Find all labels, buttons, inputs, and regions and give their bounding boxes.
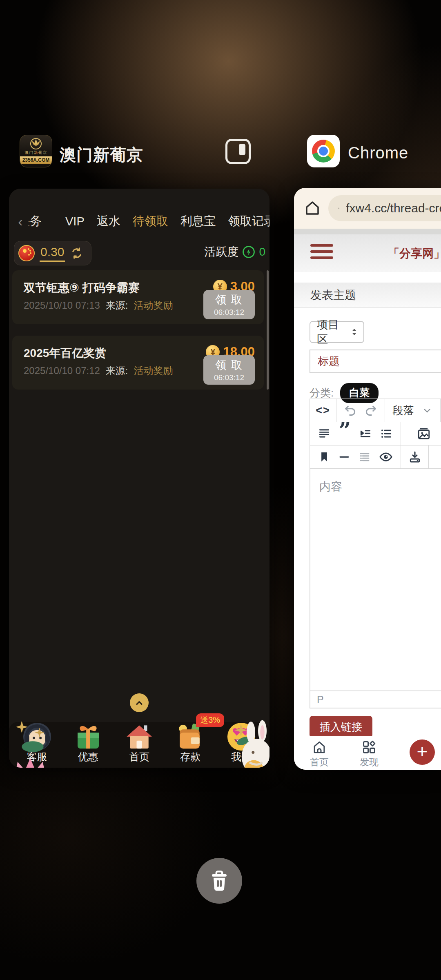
indent-icon[interactable] xyxy=(359,427,372,440)
lotus-emblem-icon xyxy=(29,138,43,150)
page-heading: 发表主题 xyxy=(310,287,356,303)
post-form: 发表主题 项目区 标题 分类: 白菜 <> xyxy=(294,272,441,736)
editor-status-bar: P xyxy=(310,691,441,708)
reward-title: 2025年百亿奖赏 xyxy=(24,345,106,361)
title-input[interactable]: 标题 xyxy=(310,350,441,373)
browser-toolbar: fxw4.cc/thread-create xyxy=(294,188,441,229)
activity-bolt-icon xyxy=(242,245,256,259)
more-tools-button[interactable]: ••• xyxy=(429,445,441,468)
url-bar[interactable]: fxw4.cc/thread-create xyxy=(328,195,441,221)
content-editor[interactable]: 内容 xyxy=(310,468,441,691)
horizontal-rule-icon[interactable] xyxy=(338,451,350,463)
reward-source-label: 来源: xyxy=(106,299,128,312)
appicon-domain: 2356A.COM xyxy=(20,156,52,164)
chrome-app-icon[interactable] xyxy=(307,135,340,167)
site-nav-discover[interactable]: 发现 xyxy=(351,739,388,768)
select-arrows-icon xyxy=(349,327,359,337)
bullet-list-icon[interactable] xyxy=(380,427,393,440)
tab-dailingqu[interactable]: 待领取 xyxy=(133,213,168,229)
chevron-down-icon xyxy=(422,405,432,416)
code-icon: <> xyxy=(316,404,330,417)
insert-link-button[interactable]: 插入链接 xyxy=(310,716,372,738)
forum-select[interactable]: 项目区 xyxy=(310,321,364,343)
casino-app-icon[interactable]: 澳门新葡京 2356A.COM xyxy=(20,135,52,167)
undo-icon[interactable] xyxy=(343,403,357,417)
site-settings-icon xyxy=(338,201,339,215)
category-label: 分类: xyxy=(310,386,334,400)
content-placeholder: 内容 xyxy=(319,479,342,494)
discover-grid-icon xyxy=(361,739,377,755)
activity-label: 活跃度 xyxy=(204,244,238,260)
trash-icon xyxy=(207,869,231,893)
chrome-app-title: Chrome xyxy=(348,144,408,162)
plus-icon: + xyxy=(417,742,428,761)
page-heading-bar: 发表主题 xyxy=(294,283,441,308)
casino-app-title: 澳门新葡京 xyxy=(60,144,143,166)
site-title: 「分享网」项 xyxy=(388,246,441,261)
new-post-button[interactable]: + xyxy=(410,739,435,765)
site-nav-home[interactable]: 首页 xyxy=(301,739,338,768)
title-placeholder: 标题 xyxy=(318,354,340,369)
claim-countdown: 06:03:12 xyxy=(214,308,244,317)
toolbar-divider xyxy=(294,229,441,234)
site-bottom-nav: 首页 发现 + xyxy=(294,736,441,770)
activity-value: 0 xyxy=(259,245,265,258)
site-header: 「分享网」项 xyxy=(294,234,441,272)
recents-screen: 澳门新葡京 2356A.COM 澳门新葡京 Chrome ‹ 任务 VIP 返水… xyxy=(0,0,441,980)
reward-card: 双节钜惠⑨ 打码争霸赛 ¥ 3.00 2025/10/10 07:13 来源: … xyxy=(12,270,264,324)
reward-date: 2025/10/10 07:13 xyxy=(24,300,100,311)
casino-app-card[interactable]: ‹ 任务 VIP 返水 待领取 利息宝 领取记录 0.30 活跃度 xyxy=(9,189,270,768)
window-mode-icon[interactable] xyxy=(225,139,251,164)
url-text: fxw4.cc/thread-create xyxy=(346,201,441,215)
chrome-logo-icon xyxy=(312,140,335,163)
house-icon xyxy=(123,721,155,753)
blockquote-icon[interactable]: ” xyxy=(339,428,351,439)
clear-all-button[interactable] xyxy=(196,858,242,904)
nav-item-cunkuan[interactable]: 送3% 存款 xyxy=(168,739,213,764)
outline-list-icon[interactable] xyxy=(359,451,371,463)
tab-fanshui[interactable]: 返水 xyxy=(97,213,120,229)
nav-item-shouye[interactable]: 首页 xyxy=(117,739,162,764)
refresh-icon[interactable] xyxy=(70,246,84,260)
reward-source-label: 来源: xyxy=(106,364,128,377)
code-button[interactable]: <> xyxy=(310,399,336,422)
gift-icon xyxy=(72,721,104,753)
deposit-bonus-badge: 送3% xyxy=(196,713,224,727)
claim-countdown: 06:03:12 xyxy=(214,373,244,382)
nav-item-youhui[interactable]: 优惠 xyxy=(66,739,111,764)
tab-renwu[interactable]: 任务 xyxy=(29,213,53,229)
preview-eye-icon[interactable] xyxy=(379,450,393,464)
redo-icon[interactable] xyxy=(364,403,378,417)
reward-date: 2025/10/10 07:12 xyxy=(24,365,100,376)
scrollbar[interactable] xyxy=(267,270,269,390)
paragraph-dropdown[interactable]: 段落 xyxy=(385,399,441,422)
balance-pill[interactable]: 0.30 xyxy=(14,241,91,265)
align-icon[interactable] xyxy=(318,427,331,440)
home-outline-icon[interactable] xyxy=(304,200,321,217)
tab-vip[interactable]: VIP xyxy=(65,215,85,228)
claim-button[interactable]: 领 取 06:03:12 xyxy=(203,290,255,319)
nav-item-kefu[interactable]: 客服 xyxy=(15,739,60,764)
flag-coin-icon xyxy=(18,245,35,261)
reward-card: 2025年百亿奖赏 ¥ 18.00 2025/10/10 07:12 来源: 活… xyxy=(12,336,264,390)
download-icon[interactable] xyxy=(408,450,422,464)
back-chevron-icon[interactable]: ‹ xyxy=(12,214,29,229)
chevron-up-icon xyxy=(134,697,145,708)
menu-icon[interactable] xyxy=(310,244,333,263)
element-path-tag: P xyxy=(317,694,324,706)
editor-toolbar: <> 段落 T ” xyxy=(310,399,441,469)
reward-title: 双节钜惠⑨ 打码争霸赛 xyxy=(24,280,140,296)
promo-tabbar: ‹ 任务 VIP 返水 待领取 利息宝 领取记录 xyxy=(9,205,270,238)
bookmark-icon[interactable] xyxy=(318,451,330,463)
appicon-name: 澳门新葡京 xyxy=(25,150,47,156)
tab-lixibao[interactable]: 利息宝 xyxy=(180,213,216,229)
reward-source: 活动奖励 xyxy=(134,299,173,312)
chrome-app-card[interactable]: fxw4.cc/thread-create 「分享网」项 发表主题 项目区 标题 xyxy=(294,188,441,770)
scroll-to-top-button[interactable] xyxy=(130,693,149,712)
image-icon[interactable] xyxy=(417,427,431,441)
tab-lingqujilu[interactable]: 领取记录 xyxy=(228,213,270,229)
claim-button[interactable]: 领 取 06:03:12 xyxy=(203,355,255,385)
nav-item-wode[interactable]: 我的 xyxy=(219,739,264,764)
home-nav-icon xyxy=(312,739,327,755)
balance-row: 0.30 活跃度 0 xyxy=(9,241,270,265)
